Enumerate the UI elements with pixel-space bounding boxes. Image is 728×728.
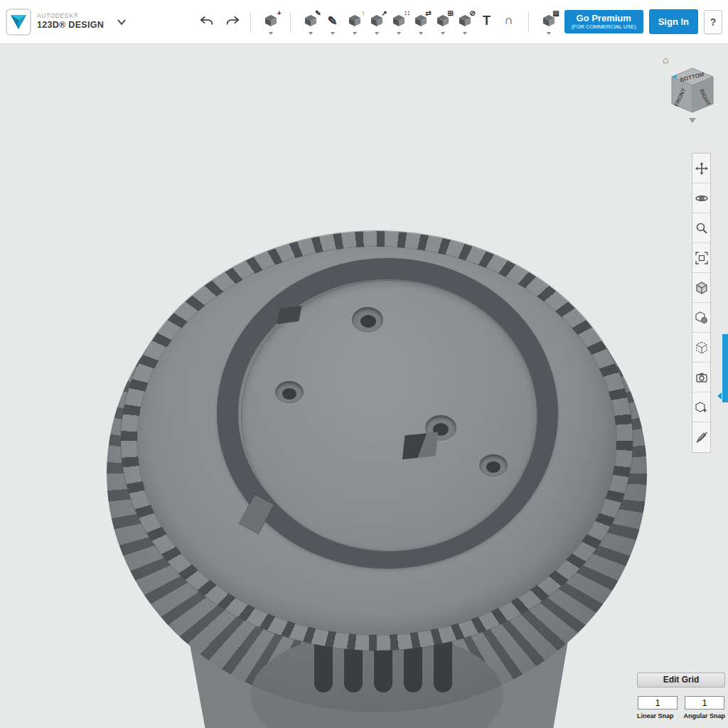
navigation-toolbar — [692, 153, 711, 453]
pattern-caret-icon — [397, 32, 401, 35]
redo-button[interactable] — [223, 14, 242, 30]
extrude-caret-icon — [353, 32, 357, 35]
toolbar-separator — [250, 11, 251, 33]
extrude-icon — [348, 14, 362, 28]
mirror-overlay: ⇄ — [425, 9, 431, 17]
brand-product: 123D® DESIGN — [37, 20, 104, 31]
toolbar-tools: + — [259, 9, 282, 35]
visibility-button[interactable] — [692, 392, 710, 422]
primitives-overlay: + — [277, 9, 282, 17]
mirror-caret-icon — [419, 32, 423, 35]
snap-icon: ∩ — [504, 14, 513, 28]
model-hole-bore — [486, 461, 500, 473]
render-cube-icon — [695, 341, 708, 354]
pencil-slash-icon — [695, 431, 708, 444]
material-overlay: ▤ — [552, 9, 559, 17]
brand-company: AUTODESK® — [37, 12, 104, 20]
materials-button[interactable] — [692, 303, 710, 333]
undo-button[interactable] — [198, 14, 216, 30]
zoom-button[interactable] — [692, 213, 710, 243]
shaded-view-button[interactable] — [692, 273, 710, 303]
pattern-overlay: ∷ — [405, 9, 409, 17]
redo-icon — [225, 15, 240, 26]
tool-extrude-button[interactable]: ↑ — [343, 9, 365, 35]
view-cube[interactable]: ⌂ BOTTOM FRONT RIGHT — [663, 54, 722, 132]
visibility-cube-icon — [695, 401, 708, 414]
go-premium-button[interactable]: Go Premium (FOR COMMERCIAL USE) — [564, 10, 643, 34]
split-overlay: ⊘ — [469, 9, 475, 17]
toolbar-tools-main: ✎ ✎ ↑ ↗ ∷ ⇄ ⊞ — [299, 9, 520, 35]
tool-split-button[interactable]: ⊘ — [454, 9, 476, 35]
material-caret-icon — [547, 32, 551, 35]
undo-icon — [199, 15, 215, 26]
edit-grid-panel: Edit Grid Linear Snap Angular Snap — [637, 673, 725, 719]
construct-caret-icon — [375, 32, 379, 35]
sketch-overlay: ✎ — [315, 9, 321, 17]
flyout-arrow-icon — [717, 392, 722, 400]
toolbar-tools-material: ▤ — [537, 9, 560, 35]
viewport-canvas[interactable]: ⌂ BOTTOM FRONT RIGHT — [0, 44, 728, 728]
tool-snap-button[interactable]: ∩ — [498, 9, 520, 35]
model-notch — [402, 432, 438, 460]
primitives-caret-icon — [269, 32, 273, 35]
text-icon: T — [483, 14, 491, 28]
model-hole-bore — [360, 315, 376, 328]
tool-mirror-button[interactable]: ⇄ — [410, 9, 432, 35]
tool-text-button[interactable]: T — [476, 9, 498, 35]
hide-sketches-button[interactable] — [692, 422, 710, 452]
linear-snap-label: Linear Snap — [637, 712, 674, 719]
sketch-spline-icon: ✎ — [327, 14, 337, 28]
angular-snap-label: Angular Snap — [683, 712, 725, 719]
tool-pattern-button[interactable]: ∷ — [387, 9, 410, 35]
toolbar-separator — [290, 11, 291, 33]
app-header: AUTODESK® 123D® DESIGN + — [0, 0, 728, 44]
edit-grid-button[interactable]: Edit Grid — [637, 673, 725, 687]
split-caret-icon — [463, 32, 467, 35]
tool-construct-button[interactable]: ↗ — [365, 9, 387, 35]
magnifier-icon — [695, 222, 708, 235]
construct-overlay: ↗ — [381, 9, 387, 17]
toolbar-separator — [528, 11, 529, 33]
go-premium-sublabel: (FOR COMMERCIAL USE) — [572, 24, 636, 31]
tool-primitives-button[interactable]: + — [259, 9, 282, 35]
camera-icon — [695, 371, 708, 384]
fit-icon — [695, 252, 708, 264]
screenshot-button[interactable] — [692, 363, 710, 392]
sketch-spline-caret-icon — [331, 32, 335, 35]
go-premium-label: Go Premium — [572, 14, 636, 24]
sketch-caret-icon — [309, 32, 313, 35]
shaded-cube-icon — [695, 282, 708, 294]
viewcube-rotate-arrow-icon[interactable] — [689, 118, 696, 123]
orbit-icon — [695, 192, 708, 205]
pan-icon — [695, 162, 708, 175]
app-logo-icon[interactable] — [6, 9, 31, 36]
tool-combine-button[interactable]: ⊞ — [432, 9, 454, 35]
sign-in-button[interactable]: Sign In — [649, 9, 698, 34]
panel-flyout-tab[interactable] — [722, 334, 728, 402]
primitives-icon — [264, 14, 278, 28]
combine-caret-icon — [441, 32, 445, 35]
tool-sketch-button[interactable]: ✎ — [299, 9, 321, 35]
material-cube-icon — [695, 311, 708, 324]
angular-snap-input[interactable] — [685, 696, 724, 710]
menu-chevron-icon[interactable] — [117, 18, 127, 26]
extrude-overlay: ↑ — [362, 9, 365, 17]
orbit-button[interactable] — [692, 183, 710, 213]
combine-overlay: ⊞ — [447, 9, 453, 17]
pattern-icon — [392, 14, 406, 28]
tool-sketch-spline-button[interactable]: ✎ — [321, 9, 343, 35]
linear-snap-input[interactable] — [638, 696, 678, 710]
fit-button[interactable] — [692, 243, 710, 273]
tool-material-button[interactable]: ▤ — [537, 9, 560, 35]
render-button[interactable] — [692, 333, 710, 363]
brand-text: AUTODESK® 123D® DESIGN — [37, 12, 104, 31]
pan-button[interactable] — [692, 154, 710, 183]
model-hole-bore — [282, 388, 296, 400]
help-button[interactable]: ? — [704, 10, 722, 34]
